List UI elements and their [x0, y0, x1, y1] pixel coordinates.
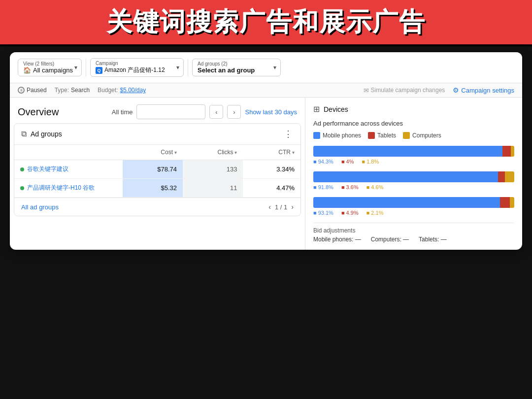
- legend-mobile-label: Mobile phones: [323, 132, 361, 139]
- ad-groups-section: ⧉ Ad groups ⋮ Cost ▾: [14, 123, 301, 216]
- overview-title: Overview: [18, 106, 59, 118]
- bar-label-mobile: ■ 94.3%: [313, 159, 333, 165]
- bar-label-mobile: ■ 91.8%: [313, 184, 333, 190]
- devices-subtitle: Ad performance across devices: [313, 120, 514, 127]
- bar-label-computer: ■ 2.1%: [366, 210, 384, 216]
- legend-computer: Computers: [403, 132, 441, 139]
- campaign-filter-chevron: ▾: [176, 64, 179, 71]
- more-options-button[interactable]: ⋮: [284, 129, 294, 139]
- view-filter[interactable]: View (2 filters) 🏠 All campaigns ▾: [18, 59, 82, 76]
- paused-label: Paused: [27, 87, 47, 94]
- bar-label-computer: ■ 1.8%: [362, 159, 379, 165]
- col-header-clicks[interactable]: Clicks ▾: [183, 145, 243, 160]
- page-prev-arrow[interactable]: ‹: [268, 203, 271, 211]
- ad-groups-header: ⧉ Ad groups ⋮: [14, 124, 300, 145]
- ctr-cell: 3.34%: [243, 160, 300, 179]
- cost-cell: $78.74: [123, 160, 183, 179]
- campaign-icon: Q: [96, 67, 102, 74]
- row-name-cell: 谷歌关键字建议: [14, 160, 123, 179]
- bar-computer-segment: [511, 146, 514, 157]
- bid-adj-mobile: Mobile phones: —: [313, 236, 361, 243]
- page-next-arrow[interactable]: ›: [291, 203, 294, 211]
- page-info: 1 / 1: [275, 203, 287, 211]
- legend-tablet-label: Tablets: [377, 132, 396, 139]
- adgroups-filter-value: Select an ad group: [198, 66, 275, 74]
- bar-labels: ■ 93.1% ■ 4.9% ■ 2.1%: [313, 210, 514, 216]
- bid-adjustments: Bid adjustments Mobile phones: — Compute…: [313, 223, 514, 243]
- devices-header: ⊞ Devices: [313, 104, 514, 114]
- main-card: View (2 filters) 🏠 All campaigns ▾ Campa…: [10, 52, 522, 250]
- col-header-name: [14, 145, 123, 160]
- view-filter-label: View (2 filters): [23, 61, 76, 66]
- overview-container: Overview All time ‹ › Show last 30 days …: [10, 98, 522, 250]
- bid-adj-tablets: Tablets: —: [419, 236, 447, 243]
- tablet-color-swatch: [368, 132, 375, 139]
- date-range-input[interactable]: [136, 104, 205, 119]
- bar-group: ■ 93.1% ■ 4.9% ■ 2.1%: [313, 197, 514, 216]
- bar-mobile-segment: [313, 197, 500, 208]
- filter-separator-2: [188, 59, 188, 76]
- view-filter-chevron: ▾: [74, 64, 77, 71]
- bar-labels: ■ 94.3% ■ 4% ■ 1.8%: [313, 159, 514, 165]
- campaign-filter-value: Q Amazon 产品促销-1.12: [96, 66, 178, 74]
- legend-computer-label: Computers: [412, 132, 441, 139]
- row-name-cell: 产品调研关键字-H10 谷歌: [14, 179, 123, 198]
- bars-container: ■ 94.3% ■ 4% ■ 1.8% ■ 91.8% ■ 3.6% ■ 4.6…: [313, 146, 514, 216]
- bid-adjustments-title: Bid adjustments: [313, 227, 514, 234]
- paused-status: ⏸ Paused: [18, 87, 47, 94]
- overview-header: Overview All time ‹ › Show last 30 days: [10, 98, 305, 123]
- bid-adj-row: Mobile phones: — Computers: — Tablets: —: [313, 236, 514, 243]
- devices-legend: Mobile phones Tablets Computers: [313, 132, 514, 139]
- simulate-icon: ✉: [364, 87, 369, 94]
- campaign-settings-button[interactable]: ⚙ Campaign settings: [453, 86, 514, 94]
- budget-value: $5.00/day: [120, 87, 146, 94]
- bar-group: ■ 91.8% ■ 3.6% ■ 4.6%: [313, 171, 514, 190]
- filter-separator-1: [86, 59, 86, 76]
- budget-label: Budget:: [98, 87, 118, 94]
- bid-adj-computers: Computers: —: [371, 236, 409, 243]
- next-arrow[interactable]: ›: [227, 105, 241, 119]
- simulate-button: ✉ Simulate campaign changes: [364, 87, 445, 94]
- adgroups-filter-label: Ad groups (2): [198, 61, 275, 66]
- show-last-button[interactable]: Show last 30 days: [245, 108, 297, 116]
- adgroups-filter[interactable]: Ad groups (2) Select an ad group ▾: [192, 59, 281, 76]
- prev-arrow[interactable]: ‹: [209, 105, 223, 119]
- campaign-filter[interactable]: Campaign Q Amazon 产品促销-1.12 ▾: [90, 58, 184, 77]
- all-time-label: All time: [112, 108, 133, 116]
- paused-icon: ⏸: [18, 87, 25, 94]
- table-row: 谷歌关键字建议 $78.74 133 3.34%: [14, 160, 300, 179]
- budget-status: Budget: $5.00/day: [98, 87, 146, 94]
- status-dot: [20, 186, 24, 190]
- ad-groups-icon: ⧉: [21, 130, 27, 138]
- ad-group-link[interactable]: 谷歌关键字建议: [27, 165, 68, 173]
- ad-groups-table: Cost ▾ Clicks ▾: [14, 145, 300, 198]
- legend-mobile: Mobile phones: [313, 132, 361, 139]
- cost-sort-icon: ▾: [174, 150, 177, 155]
- gear-icon: ⚙: [453, 86, 459, 94]
- ad-group-link[interactable]: 产品调研关键字-H10 谷歌: [27, 184, 95, 192]
- col-header-ctr[interactable]: CTR ▾: [243, 145, 300, 160]
- bar-label-tablet: ■ 4%: [341, 159, 354, 165]
- col-header-cost[interactable]: Cost ▾: [123, 145, 183, 160]
- status-dot: [20, 167, 24, 171]
- bar-group: ■ 94.3% ■ 4% ■ 1.8%: [313, 146, 514, 165]
- page-title: 关键词搜索广告和展示广告: [10, 5, 522, 39]
- legend-tablet: Tablets: [368, 132, 396, 139]
- home-icon: 🏠: [23, 66, 31, 74]
- bar-track: [313, 171, 514, 182]
- campaign-settings-label: Campaign settings: [461, 87, 514, 94]
- bar-label-tablet: ■ 3.6%: [341, 184, 359, 190]
- bar-labels: ■ 91.8% ■ 3.6% ■ 4.6%: [313, 184, 514, 190]
- mobile-color-swatch: [313, 132, 320, 139]
- bar-track: [313, 146, 514, 157]
- ad-groups-title: Ad groups: [31, 130, 62, 138]
- campaign-filter-label: Campaign: [96, 61, 178, 66]
- bar-mobile-segment: [313, 146, 502, 157]
- all-ad-groups-link[interactable]: All ad groups: [21, 203, 59, 211]
- bar-label-computer: ■ 4.6%: [366, 184, 384, 190]
- pagination: All ad groups ‹ 1 / 1 ›: [14, 198, 300, 216]
- bar-track: [313, 197, 514, 208]
- ctr-cell: 4.47%: [243, 179, 300, 198]
- devices-icon: ⊞: [313, 104, 320, 114]
- bar-label-tablet: ■ 4.9%: [341, 210, 359, 216]
